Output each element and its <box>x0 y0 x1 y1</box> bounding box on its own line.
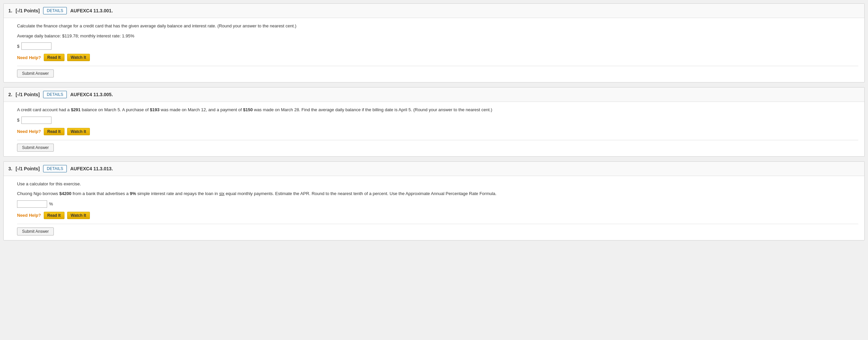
answer-input-1[interactable] <box>21 42 52 50</box>
need-help-label-3: Need Help? <box>17 213 41 218</box>
question-text-2: A credit card account had a $291 balance… <box>17 106 858 113</box>
question-block-1: 1. [-/1 Points] DETAILS AUFEXC4 11.3.001… <box>3 3 865 83</box>
question-code-3: AUFEXC4 11.3.013. <box>70 166 113 171</box>
question-intro-3: Use a calculator for this exercise. <box>17 181 858 187</box>
question-body-3: Use a calculator for this exercise. Chuo… <box>4 176 864 240</box>
divider-2 <box>17 140 858 140</box>
submit-button-3[interactable]: Submit Answer <box>17 227 54 236</box>
submit-button-1[interactable]: Submit Answer <box>17 69 54 78</box>
question-points-3: [-/1 Points] <box>16 166 40 171</box>
need-help-label-2: Need Help? <box>17 129 41 134</box>
need-help-row-2: Need Help? Read It Watch It <box>17 128 858 135</box>
page-container: 1. [-/1 Points] DETAILS AUFEXC4 11.3.001… <box>0 0 868 248</box>
question-points-2: [-/1 Points] <box>16 92 40 97</box>
answer-input-2[interactable] <box>21 117 52 124</box>
question-points-1: [-/1 Points] <box>16 8 40 13</box>
question-number-1: 1. <box>8 8 12 13</box>
submit-button-2[interactable]: Submit Answer <box>17 144 54 152</box>
input-row-3: % <box>17 200 858 208</box>
question-header-1: 1. [-/1 Points] DETAILS AUFEXC4 11.3.001… <box>4 4 864 18</box>
question-number-3: 3. <box>8 166 12 171</box>
details-button-1[interactable]: DETAILS <box>43 7 67 14</box>
watch-it-button-2[interactable]: Watch It <box>67 128 90 135</box>
watch-it-button-3[interactable]: Watch It <box>67 212 90 219</box>
question-body-2: A credit card account had a $291 balance… <box>4 102 864 156</box>
percent-label-3: % <box>49 202 53 207</box>
details-button-3[interactable]: DETAILS <box>43 165 67 172</box>
divider-1 <box>17 66 858 66</box>
question-text-1: Calculate the finance charge for a credi… <box>17 23 858 29</box>
dollar-sign-1: $ <box>17 44 20 49</box>
need-help-label-1: Need Help? <box>17 55 41 60</box>
read-it-button-2[interactable]: Read It <box>44 128 64 135</box>
details-button-2[interactable]: DETAILS <box>43 91 67 98</box>
question-block-2: 2. [-/1 Points] DETAILS AUFEXC4 11.3.005… <box>3 87 865 157</box>
read-it-button-1[interactable]: Read It <box>44 54 64 61</box>
input-row-2: $ <box>17 117 858 124</box>
question-block-3: 3. [-/1 Points] DETAILS AUFEXC4 11.3.013… <box>3 161 865 241</box>
question-subtext-1: Average daily balance: $119.78; monthly … <box>17 33 858 39</box>
question-body-1: Calculate the finance charge for a credi… <box>4 18 864 82</box>
divider-3 <box>17 224 858 224</box>
question-code-2: AUFEXC4 11.3.005. <box>70 92 113 97</box>
dollar-sign-2: $ <box>17 118 20 123</box>
input-row-1: $ <box>17 42 858 50</box>
question-text-3: Chuong Ngo borrows $4200 from a bank tha… <box>17 190 858 197</box>
need-help-row-1: Need Help? Read It Watch It <box>17 54 858 61</box>
need-help-row-3: Need Help? Read It Watch It <box>17 212 858 219</box>
question-header-2: 2. [-/1 Points] DETAILS AUFEXC4 11.3.005… <box>4 88 864 102</box>
watch-it-button-1[interactable]: Watch It <box>67 54 90 61</box>
question-code-1: AUFEXC4 11.3.001. <box>70 8 113 13</box>
question-header-3: 3. [-/1 Points] DETAILS AUFEXC4 11.3.013… <box>4 162 864 176</box>
question-number-2: 2. <box>8 92 12 97</box>
read-it-button-3[interactable]: Read It <box>44 212 64 219</box>
answer-input-3[interactable] <box>17 200 47 208</box>
